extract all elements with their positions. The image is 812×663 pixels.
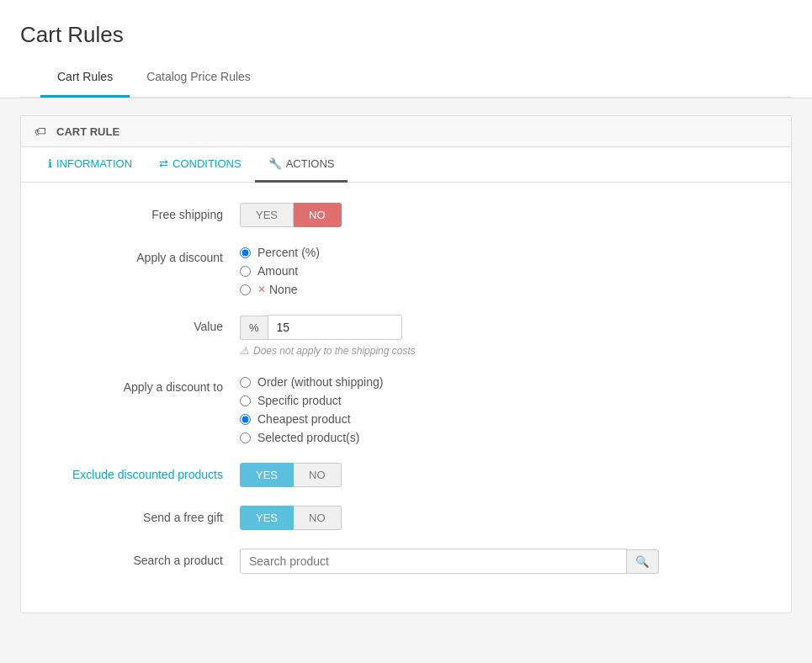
discount-to-cheapest-radio[interactable] (240, 414, 251, 425)
search-button[interactable]: 🔍 (627, 549, 659, 574)
discount-percent-option[interactable]: Percent (%) (240, 246, 757, 259)
discount-percent-radio[interactable] (240, 247, 251, 258)
free-shipping-row: Free shipping YES NO (55, 203, 757, 227)
exclude-discounted-no-button[interactable]: NO (294, 463, 342, 487)
search-product-control: 🔍 (240, 549, 757, 574)
value-label: Value (55, 315, 240, 333)
discount-to-order-option[interactable]: Order (without shipping) (240, 375, 757, 389)
apply-discount-to-control: Order (without shipping) Specific produc… (240, 375, 757, 444)
send-free-gift-yes-button[interactable]: YES (240, 506, 294, 530)
info-icon: ℹ (48, 157, 52, 170)
search-icon: 🔍 (635, 555, 650, 568)
discount-amount-radio[interactable] (240, 266, 251, 277)
page-title: Cart Rules (20, 13, 792, 58)
exclude-discounted-yes-button[interactable]: YES (240, 463, 294, 487)
discount-none-radio[interactable] (240, 284, 251, 295)
tab-information[interactable]: ℹ INFORMATION (34, 147, 146, 183)
warning-icon: ⚠ (240, 345, 249, 357)
cart-rule-card: 🏷 CART RULE ℹ INFORMATION ⇄ CONDITIONS 🔧… (20, 115, 792, 613)
value-input-group: % (240, 315, 757, 340)
send-free-gift-label: Send a free gift (55, 506, 240, 524)
value-row: Value % ⚠ Does not apply to the shipping… (55, 315, 757, 357)
apply-discount-to-radio-group: Order (without shipping) Specific produc… (240, 375, 757, 444)
free-shipping-toggle: YES NO (240, 203, 757, 227)
wrench-icon: 🔧 (268, 157, 282, 170)
apply-discount-to-row: Apply a discount to Order (without shipp… (55, 375, 757, 444)
apply-discount-label: Apply a discount (55, 246, 240, 264)
discount-to-order-radio[interactable] (240, 377, 251, 388)
free-shipping-no-button[interactable]: NO (294, 203, 342, 227)
tab-conditions[interactable]: ⇄ CONDITIONS (146, 147, 255, 183)
main-tabs-container: Cart Rules Catalog Price Rules (20, 58, 792, 98)
discount-to-specific-option[interactable]: Specific product (240, 394, 757, 407)
card-header: 🏷 CART RULE (21, 116, 791, 147)
tab-actions[interactable]: 🔧 ACTIONS (255, 147, 348, 183)
discount-to-specific-radio[interactable] (240, 395, 251, 406)
discount-amount-option[interactable]: Amount (240, 264, 757, 278)
exclude-discounted-label: Exclude discounted products (55, 463, 240, 481)
card-header-title: CART RULE (56, 125, 119, 138)
value-input[interactable] (268, 315, 402, 340)
apply-discount-to-label: Apply a discount to (55, 375, 240, 394)
form-body: Free shipping YES NO Apply a discount Pe… (21, 183, 791, 613)
exclude-discounted-toggle: YES NO (240, 463, 757, 487)
exclude-discounted-row: Exclude discounted products YES NO (55, 463, 757, 487)
apply-discount-row: Apply a discount Percent (%) Amount (55, 246, 757, 296)
free-shipping-control: YES NO (240, 203, 757, 227)
search-product-label: Search a product (55, 549, 240, 567)
search-input[interactable] (240, 549, 627, 574)
send-free-gift-row: Send a free gift YES NO (55, 506, 757, 530)
send-free-gift-no-button[interactable]: NO (294, 506, 342, 530)
main-tab-catalog-price-rules[interactable]: Catalog Price Rules (130, 58, 268, 98)
x-icon: ✕ (257, 284, 266, 295)
free-shipping-yes-button[interactable]: YES (240, 203, 294, 227)
search-input-group: 🔍 (240, 549, 757, 574)
search-product-row: Search a product 🔍 (55, 549, 757, 574)
main-tab-cart-rules[interactable]: Cart Rules (40, 58, 130, 98)
sub-tabs-container: ℹ INFORMATION ⇄ CONDITIONS 🔧 ACTIONS (21, 147, 791, 183)
exclude-discounted-control: YES NO (240, 463, 757, 487)
apply-discount-control: Percent (%) Amount ✕ None (240, 246, 757, 296)
content-area: 🏷 CART RULE ℹ INFORMATION ⇄ CONDITIONS 🔧… (0, 98, 812, 630)
value-control: % ⚠ Does not apply to the shipping costs (240, 315, 757, 357)
discount-to-selected-option[interactable]: Selected product(s) (240, 431, 757, 444)
conditions-icon: ⇄ (159, 157, 168, 170)
apply-discount-radio-group: Percent (%) Amount ✕ None (240, 246, 757, 296)
discount-to-cheapest-option[interactable]: Cheapest product (240, 412, 757, 426)
free-shipping-label: Free shipping (55, 203, 240, 221)
discount-to-selected-radio[interactable] (240, 432, 251, 443)
discount-none-option[interactable]: ✕ None (240, 283, 757, 296)
tag-icon: 🏷 (34, 125, 46, 138)
send-free-gift-control: YES NO (240, 506, 757, 530)
value-hint: ⚠ Does not apply to the shipping costs (240, 345, 757, 357)
send-free-gift-toggle: YES NO (240, 506, 757, 530)
value-prefix: % (240, 316, 268, 340)
